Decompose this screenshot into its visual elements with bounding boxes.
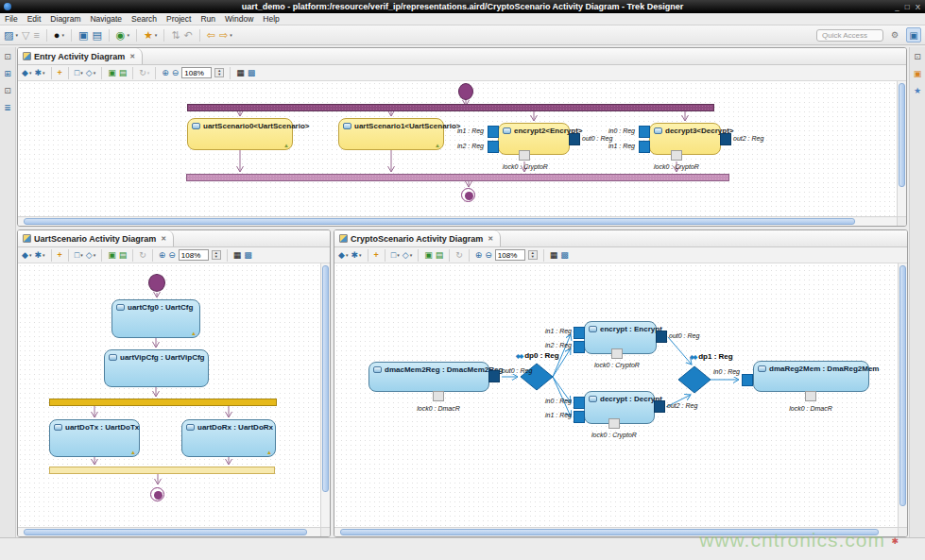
final-node[interactable]	[150, 487, 164, 501]
pin-decrypt-in0[interactable]	[574, 397, 585, 409]
minimize-button[interactable]: _	[895, 3, 899, 11]
wand-icon[interactable]: ★	[144, 30, 153, 41]
copy-image-icon[interactable]: ▤	[119, 251, 128, 260]
report-icon[interactable]: ▤	[92, 30, 101, 41]
scroll-thumb[interactable]	[899, 265, 906, 506]
pin-encrypt-in2[interactable]	[574, 341, 585, 353]
zoom-spinner[interactable]: ▲▼	[528, 250, 538, 261]
quick-access-box[interactable]: Quick Access	[816, 29, 883, 42]
menu-file[interactable]: File	[0, 14, 23, 24]
zoom-out-icon[interactable]: ⊖	[172, 69, 180, 77]
maximize-button[interactable]: □	[905, 3, 910, 11]
menu-window[interactable]: Window	[220, 14, 258, 24]
zoom-out-icon[interactable]: ⊖	[168, 251, 176, 260]
copy-image-icon[interactable]: ▤	[436, 251, 444, 260]
entry-diagram-canvas[interactable]: uartScenario0<UartScenario> ▲ uartScenar…	[18, 81, 897, 216]
run-menu-icon[interactable]: ▾	[127, 32, 129, 38]
tab-entry-activity-diagram[interactable]: Entry Activity Diagram ✕	[18, 48, 143, 64]
model-explorer-icon[interactable]: ⊞	[4, 70, 11, 78]
pin-dmaReg2Mem-lock0[interactable]	[805, 391, 816, 401]
layers-menu-icon[interactable]: ▾	[29, 70, 32, 76]
pin-encrypt2-lock0[interactable]	[519, 150, 530, 161]
zoom-spinner[interactable]: ▲▼	[212, 250, 221, 261]
zoom-in-icon[interactable]: ⊕	[162, 69, 169, 77]
node-uartDoRx[interactable]: uartDoRx : UartDoRx ▲	[181, 419, 276, 457]
dp0-label[interactable]: ◆◆dp0 : Reg	[516, 351, 559, 360]
snapshot-icon[interactable]: ▦	[233, 251, 242, 260]
close-button[interactable]: X	[916, 3, 920, 11]
zoom-level-input[interactable]	[495, 249, 525, 261]
zoom-in-icon[interactable]: ⊕	[475, 251, 483, 260]
scroll-thumb[interactable]	[24, 529, 307, 535]
pin-encrypt-lock0[interactable]	[611, 348, 623, 359]
forward-menu-icon[interactable]: ▾	[230, 32, 232, 38]
pin-encrypt-in1[interactable]	[574, 327, 585, 339]
join-bar[interactable]	[49, 467, 275, 474]
palette-view-icon[interactable]: ▣	[914, 70, 922, 78]
shape-menu-icon[interactable]: ▾	[80, 252, 83, 258]
node-uartScenario0[interactable]: uartScenario0<UartScenario> ▲	[187, 118, 293, 150]
scroll-thumb[interactable]	[899, 83, 905, 187]
open-perspective-icon[interactable]: ⚙	[887, 27, 902, 42]
menu-navigate[interactable]: Navigate	[85, 14, 127, 24]
node-dmacMem2Reg[interactable]: dmacMem2Reg : DmacMem2Reg	[368, 362, 489, 392]
initial-node[interactable]	[148, 274, 165, 292]
pin-decrypt3-out2[interactable]	[720, 133, 731, 145]
node-uartCfg0[interactable]: uartCfg0 : UartCfg ▲	[111, 299, 200, 338]
open-type-icon[interactable]: ▣	[78, 30, 88, 41]
connector-style-icon[interactable]: ◇	[86, 251, 93, 260]
pin-decrypt-in1[interactable]	[574, 411, 585, 423]
snapshot-icon[interactable]: ▦	[550, 251, 558, 260]
menu-run[interactable]: Run	[196, 14, 220, 24]
back-icon[interactable]: ⇦	[207, 30, 215, 41]
pin-dmacMem2Reg-lock0[interactable]	[433, 391, 444, 401]
close-tab-icon[interactable]: ✕	[129, 53, 135, 60]
pin-decrypt-lock0[interactable]	[608, 418, 620, 429]
launch-menu-icon[interactable]: ▾	[61, 32, 64, 38]
shape-style-icon[interactable]: □	[75, 69, 79, 77]
pin-decrypt3-in0[interactable]	[639, 126, 650, 138]
connector-menu-icon[interactable]: ▾	[94, 252, 96, 258]
zoom-level-input[interactable]	[181, 67, 212, 78]
export-diagram-icon[interactable]: ▣	[424, 251, 433, 260]
export-diagram-icon[interactable]: ▣	[108, 69, 116, 77]
layers-icon[interactable]: ◆	[22, 69, 28, 77]
grid-icon[interactable]: ▩	[244, 251, 252, 260]
forward-icon[interactable]: ⇨	[219, 30, 228, 41]
final-node[interactable]	[461, 188, 475, 202]
export-diagram-icon[interactable]: ▣	[108, 251, 116, 260]
layers-icon[interactable]: ◆	[338, 251, 345, 260]
properties-view-icon[interactable]: ★	[914, 87, 921, 95]
pin-encrypt-out0[interactable]	[656, 331, 667, 343]
close-tab-icon[interactable]: ✕	[161, 235, 166, 243]
fork-bar[interactable]	[187, 104, 714, 111]
node-uartVipCfg[interactable]: uartVipCfg : UartVipCfg	[104, 349, 209, 387]
launch-icon[interactable]: ●	[54, 30, 60, 41]
restore-view-icon[interactable]: ⊡	[4, 87, 11, 95]
pin-encrypt2-in1[interactable]	[488, 126, 499, 138]
fork-bar[interactable]	[49, 399, 277, 406]
restore-view-icon[interactable]: ⊡	[4, 53, 11, 61]
join-bar[interactable]	[186, 174, 729, 181]
zoom-level-input[interactable]	[179, 249, 209, 261]
zoom-out-icon[interactable]: ⊖	[485, 251, 492, 260]
pin-encrypt2-out0[interactable]	[569, 133, 580, 145]
grid-icon[interactable]: ▩	[560, 251, 569, 260]
outline-view-icon[interactable]: ≣	[4, 104, 11, 112]
layers-icon[interactable]: ◆	[22, 251, 28, 260]
shape-style-icon[interactable]: □	[75, 251, 79, 260]
new-wizard-icon[interactable]: ▨	[4, 30, 13, 41]
initial-node[interactable]	[458, 83, 473, 100]
connector-style-icon[interactable]: ◇	[403, 251, 409, 260]
layers-menu-icon[interactable]: ▾	[346, 252, 349, 258]
node-dmaReg2Mem[interactable]: dmaReg2Mem : DmaReg2Mem	[753, 361, 869, 392]
filters-menu-icon[interactable]: ▾	[359, 252, 362, 258]
node-decrypt3[interactable]: decrypt3<Decrypt>	[649, 123, 721, 155]
snapshot-icon[interactable]: ▦	[236, 69, 245, 77]
pin-decrypt3-lock0[interactable]	[671, 150, 682, 161]
tab-uartscenario-activity-diagram[interactable]: UartScenario Activity Diagram ✕	[18, 230, 174, 246]
grid-icon[interactable]: ▩	[248, 69, 256, 77]
close-tab-icon[interactable]: ✕	[488, 235, 493, 243]
filters-menu-icon[interactable]: ▾	[43, 252, 45, 258]
wand-menu-icon[interactable]: ▾	[155, 32, 158, 38]
